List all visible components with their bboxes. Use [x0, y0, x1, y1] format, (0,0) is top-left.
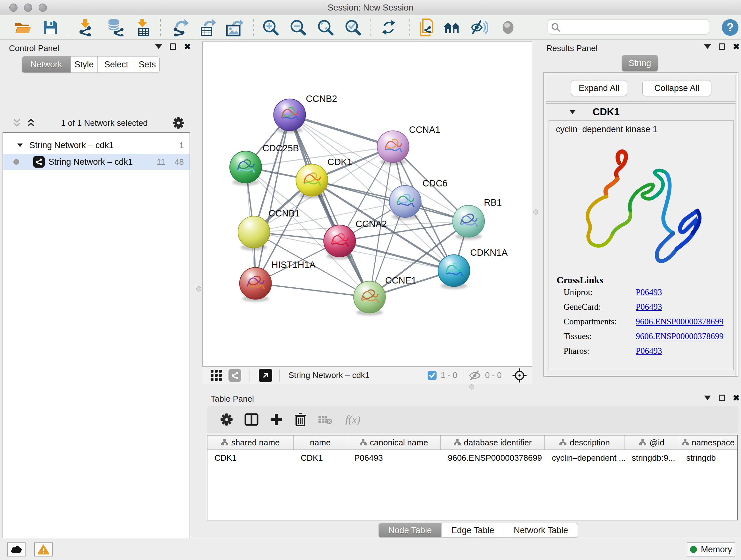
show-all-button[interactable]: [498, 18, 518, 37]
import-table-button[interactable]: [133, 18, 152, 37]
network-view-mode-icon[interactable]: [228, 369, 241, 382]
gear-icon[interactable]: [172, 117, 185, 129]
export-image-button[interactable]: [225, 18, 244, 37]
protein-section-header[interactable]: CDK1: [546, 104, 736, 120]
node-RB1[interactable]: [453, 205, 484, 237]
node-CCNA2[interactable]: [324, 225, 355, 257]
cell-description[interactable]: cyclin–dependent ...: [545, 451, 624, 465]
vertical-splitter-handle[interactable]: [533, 209, 538, 214]
panel-menu-icon[interactable]: [704, 44, 711, 49]
tab-select[interactable]: Select: [97, 57, 135, 72]
cell-namespace[interactable]: stringdb: [679, 451, 737, 465]
search-input[interactable]: [562, 20, 706, 34]
tab-network[interactable]: Network: [22, 57, 71, 72]
crosslink-link[interactable]: 9606.ENSP00000378699: [636, 317, 724, 327]
edge-CCNB2-CCNA1[interactable]: [289, 115, 393, 147]
crosslink-link[interactable]: P06493: [636, 346, 662, 356]
first-neighbors-button[interactable]: [442, 18, 461, 37]
column-header-name[interactable]: name: [293, 435, 347, 449]
node-CDK1[interactable]: [296, 164, 328, 196]
column-header-shared-name[interactable]: shared name: [207, 435, 293, 449]
collapse-all-button[interactable]: Collapse All: [643, 80, 711, 96]
horizontal-splitter-handle[interactable]: [469, 384, 474, 389]
birds-eye-view-icon[interactable]: [259, 369, 272, 382]
collapse-all-icon[interactable]: [11, 118, 22, 128]
zoom-out-button[interactable]: [288, 18, 308, 37]
cell-canonical-name[interactable]: P06493: [347, 451, 441, 465]
section-collapse-icon[interactable]: [569, 110, 576, 114]
node-CCNB2[interactable]: [274, 99, 306, 131]
tree-expand-icon[interactable]: [17, 143, 23, 147]
grid-view-icon[interactable]: [210, 369, 223, 382]
selected-checkbox-icon[interactable]: [427, 371, 437, 380]
tab-node-table[interactable]: Node Table: [379, 523, 441, 537]
import-network-button[interactable]: [76, 18, 95, 37]
node-CDC6[interactable]: [389, 186, 421, 217]
crosslink-link[interactable]: P06493: [636, 302, 662, 312]
column-header-namespace[interactable]: namespace: [679, 435, 737, 449]
panel-close-icon[interactable]: ✖: [733, 44, 740, 50]
network-canvas[interactable]: CCNB2CCNA1CDC25BCDK1CDC6RB1CCNB1CCNA2CDK…: [202, 42, 532, 367]
column-label: shared name: [231, 438, 280, 448]
import-network-from-database-button[interactable]: [105, 18, 125, 37]
warnings-button[interactable]: [34, 543, 53, 557]
crosslink-link[interactable]: 9606.ENSP00000378699: [636, 331, 724, 341]
export-network-button[interactable]: [171, 18, 190, 37]
node-label-CDC25B: CDC25B: [263, 143, 299, 153]
crosslink-link[interactable]: P06493: [636, 287, 662, 297]
panel-float-icon[interactable]: [170, 44, 176, 50]
node-CCNB1[interactable]: [238, 216, 270, 248]
column-header-canonical-name[interactable]: canonical name: [347, 435, 441, 449]
node-HIST1H1A[interactable]: [240, 267, 272, 300]
tab-network-table[interactable]: Network Table: [504, 523, 578, 537]
cloud-status-button[interactable]: [7, 543, 25, 557]
add-column-icon[interactable]: [270, 413, 283, 426]
node-CCNE1[interactable]: [354, 281, 386, 313]
tab-sets[interactable]: Sets: [135, 57, 159, 72]
show-columns-icon[interactable]: [245, 413, 259, 426]
zoom-in-button[interactable]: [261, 18, 280, 37]
edge-HIST1H1A-CCNE1[interactable]: [256, 284, 369, 297]
zoom-fit-button[interactable]: [316, 18, 335, 37]
clone-network-button[interactable]: [417, 18, 436, 37]
tab-edge-table[interactable]: Edge Table: [441, 523, 504, 537]
expand-all-icon[interactable]: [25, 118, 37, 128]
edge-CCNB2-CCNE1[interactable]: [289, 115, 369, 297]
column-header-description[interactable]: description: [545, 435, 624, 449]
panel-menu-icon[interactable]: [155, 44, 162, 49]
zoom-selected-button[interactable]: [343, 18, 362, 37]
cell--id[interactable]: stringdb:9...: [625, 451, 679, 465]
tab-style[interactable]: Style: [71, 57, 97, 72]
export-table-button[interactable]: [198, 18, 217, 37]
network-row-selected[interactable]: String Network – cdk1 11 48: [3, 154, 190, 170]
hide-selected-button[interactable]: [470, 18, 489, 37]
apply-layout-button[interactable]: [379, 18, 398, 37]
node-CDKN1A[interactable]: [438, 255, 470, 287]
memory-button[interactable]: Memory: [687, 543, 735, 557]
save-session-button[interactable]: [41, 18, 60, 37]
node-CDC25B[interactable]: [230, 151, 262, 183]
cell-database-identifier[interactable]: 9606.ENSP00000378699: [441, 451, 545, 465]
edge-CCNB2-HIST1H1A[interactable]: [256, 115, 290, 284]
cell-shared-name[interactable]: CDK1: [207, 451, 293, 465]
tab-string[interactable]: String: [622, 55, 658, 71]
panel-close-icon[interactable]: ✖: [184, 44, 191, 50]
cell-name[interactable]: CDK1: [293, 451, 347, 465]
vertical-splitter-handle[interactable]: [196, 287, 201, 292]
column-header-database-identifier[interactable]: database identifier: [441, 435, 545, 449]
expand-all-button[interactable]: Expand All: [571, 80, 627, 96]
node-CCNA1[interactable]: [377, 131, 409, 163]
delete-column-icon[interactable]: [294, 413, 307, 426]
panel-float-icon[interactable]: [719, 395, 725, 401]
panel-float-icon[interactable]: [719, 44, 725, 50]
network-collection-row[interactable]: String Network – cdk1 1: [3, 137, 190, 153]
open-session-button[interactable]: [13, 18, 32, 37]
navigator-crosshair-icon[interactable]: [513, 368, 527, 382]
table-options-gear-icon[interactable]: [220, 413, 233, 426]
column-header--id[interactable]: @id: [625, 435, 679, 449]
panel-menu-icon[interactable]: [704, 395, 711, 400]
table-row[interactable]: CDK1CDK1P064939606.ENSP00000378699cyclin…: [207, 451, 737, 465]
hidden-eye-icon[interactable]: [468, 370, 481, 381]
help-button[interactable]: ?: [721, 18, 740, 37]
panel-close-icon[interactable]: ✖: [733, 395, 740, 401]
